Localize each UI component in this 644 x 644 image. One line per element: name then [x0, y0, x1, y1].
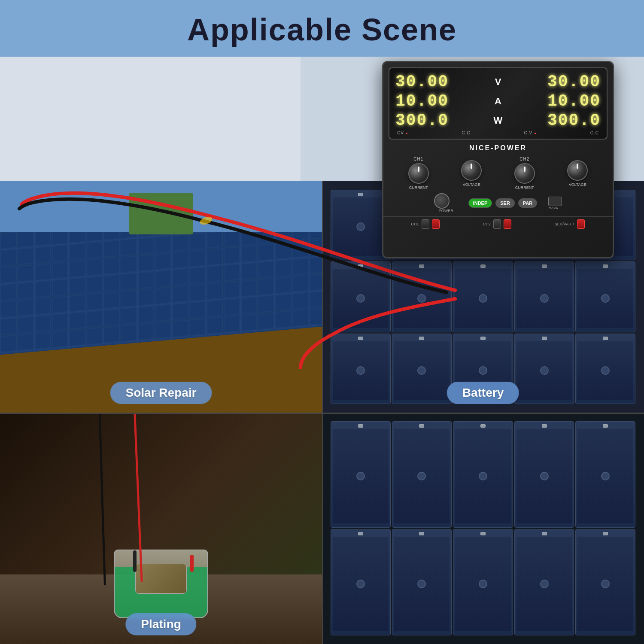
ch1-terminal-label: CH1	[411, 222, 419, 226]
current-label-2: CURRENT	[515, 185, 534, 190]
device-container: 30.00 V 30.00 10.00 A 10.00 300.0 W 30	[382, 61, 631, 271]
ch2-terminal-label: CH2	[483, 222, 491, 226]
power-unit: W	[493, 115, 503, 126]
voltage-knob-1[interactable]	[461, 160, 482, 181]
cc-label-2: C.C	[590, 131, 599, 135]
cv-cc-row: CV ● C.C C.V ● C.C	[395, 131, 601, 135]
voltage-right: 30.00	[547, 73, 601, 91]
mode-row: POWER INDEP SER PAR 5V/2A	[383, 191, 613, 215]
battery-unit	[331, 334, 391, 404]
cv-label-2: C.V ●	[524, 131, 537, 135]
ch1-negative	[422, 219, 429, 229]
brand-row: NICE-POWER	[383, 143, 613, 153]
indep-button[interactable]: INDEP	[468, 198, 492, 208]
voltage-left: 30.00	[395, 73, 449, 91]
serpar-positive	[577, 219, 585, 229]
current-right: 10.00	[547, 92, 601, 110]
ch1-label: CH1	[413, 157, 423, 161]
plating-badge: Plating	[125, 613, 196, 635]
battery-unit	[453, 261, 513, 332]
battery-unit	[575, 334, 635, 404]
ch1-terminals: CH1	[411, 219, 440, 229]
plating-photo	[0, 413, 322, 644]
knobs-area: CH1 CURRENT VOLTAGE CH2 CURRENT	[383, 153, 613, 191]
current-unit: A	[493, 96, 503, 107]
header-section: Applicable Scene	[0, 0, 644, 57]
ser-button[interactable]: SER	[495, 198, 515, 208]
current-left: 10.00	[395, 92, 449, 110]
brand-name: NICE-POWER	[469, 144, 527, 152]
serpar-label: SER/PAR +	[555, 222, 575, 226]
current-label-1: CURRENT	[409, 185, 428, 190]
display-row-voltage: 30.00 V 30.00	[395, 73, 601, 91]
voltage-knob-2[interactable]	[567, 160, 588, 181]
ch2-group: CH2 CURRENT	[514, 157, 535, 190]
power-supply: 30.00 V 30.00 10.00 A 10.00 300.0 W 30	[382, 61, 614, 258]
voltage-group-1: VOLTAGE	[461, 160, 482, 187]
voltage-unit: V	[493, 76, 503, 88]
voltage-group-2: VOLTAGE	[567, 160, 588, 187]
display-row-current: 10.00 A 10.00	[395, 92, 601, 110]
ch2-positive	[504, 219, 511, 229]
current-knob-2[interactable]	[514, 163, 535, 184]
voltage-label-1: VOLTAGE	[463, 182, 480, 187]
solar-badge: Solar Repair	[110, 382, 212, 404]
ch2-label: CH2	[519, 157, 529, 161]
power-left: 300.0	[395, 111, 449, 130]
plating-cell: Plating	[0, 413, 322, 644]
solar-photo	[0, 181, 322, 413]
page-wrapper: Applicable Scene 30.00 V 30.00 10.00	[0, 0, 644, 644]
battery-unit	[514, 261, 574, 332]
battery-unit	[331, 261, 391, 332]
battery-unit	[392, 334, 452, 404]
svg-line-12	[100, 413, 105, 584]
power-right: 300.0	[547, 111, 601, 130]
page-title: Applicable Scene	[0, 12, 644, 47]
terminals-area: CH1 CH2 SER/PAR +	[383, 216, 613, 232]
ch2-negative	[493, 219, 501, 229]
par-button[interactable]: PAR	[518, 198, 537, 208]
empty-cell	[322, 413, 644, 644]
battery-unit	[331, 190, 391, 260]
power-label: POWER	[439, 209, 453, 213]
battery-photo-2	[322, 413, 644, 644]
battery-unit	[514, 334, 574, 404]
usb-label: 5V/2A	[548, 206, 558, 210]
usb-port	[548, 197, 562, 206]
main-content: 30.00 V 30.00 10.00 A 10.00 300.0 W 30	[0, 57, 644, 644]
ch1-group: CH1 CURRENT	[408, 157, 429, 190]
current-knob-1[interactable]	[408, 163, 429, 184]
cv-label-1: CV ●	[397, 131, 408, 135]
horizontal-divider	[0, 413, 644, 414]
svg-rect-10	[129, 193, 193, 234]
solar-cell: Solar Repair	[0, 181, 322, 413]
cc-label-1: C.C	[462, 131, 470, 135]
battery-unit	[392, 261, 452, 332]
display-panel: 30.00 V 30.00 10.00 A 10.00 300.0 W 30	[389, 67, 608, 140]
battery-badge: Battery	[447, 382, 519, 404]
ch2-terminals: CH2	[483, 219, 511, 229]
battery-unit	[575, 261, 635, 332]
serpar-terminals: SER/PAR +	[555, 219, 585, 229]
ch1-positive	[432, 219, 440, 229]
svg-line-11	[135, 413, 142, 581]
display-row-power: 300.0 W 300.0	[395, 111, 601, 130]
power-knob[interactable]	[434, 193, 450, 209]
voltage-label-2: VOLTAGE	[569, 182, 586, 187]
